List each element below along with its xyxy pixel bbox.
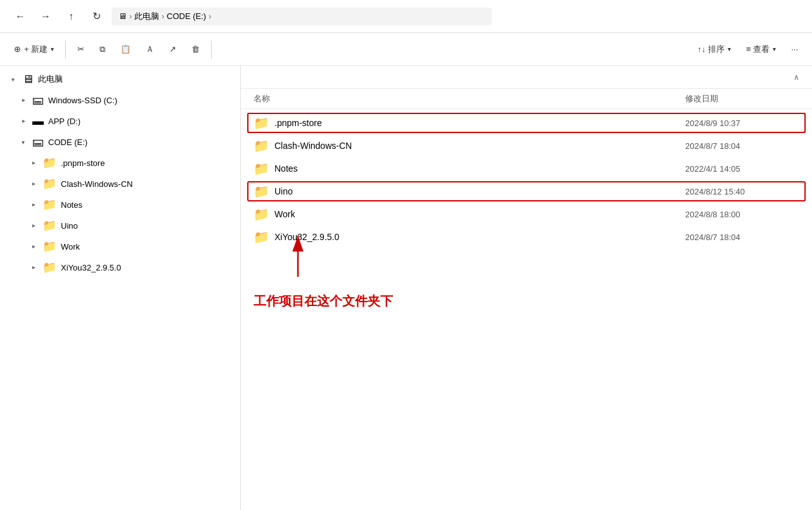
file-date: 2024/8/8 18:00 (685, 210, 799, 219)
paste-button[interactable]: 📋 (114, 41, 137, 57)
sidebar-item-work[interactable]: ▾ 📁 Work (3, 236, 238, 257)
col-name-header: 名称 (254, 93, 685, 105)
chevron-right-icon: ▾ (28, 179, 38, 189)
delete-icon: 🗑 (191, 44, 200, 54)
annotation-arrow (260, 229, 336, 280)
new-button[interactable]: ⊕ + 新建 ▾ (8, 41, 60, 58)
path-part-pc: 此电脑 (134, 11, 159, 22)
sidebar-item-label: Work (61, 242, 80, 252)
address-bar: ← → ↑ ↻ 🖥 › 此电脑 › CODE (E:) › (0, 0, 812, 33)
more-button[interactable]: ··· (785, 41, 804, 57)
drive-icon: ▬ (32, 115, 44, 128)
up-button[interactable]: ↑ (61, 6, 81, 27)
chevron-right-icon: ▾ (28, 200, 38, 210)
sidebar-item-d-drive[interactable]: ▾ ▬ APP (D:) (3, 111, 238, 131)
collapse-icon[interactable]: ∧ (794, 73, 799, 82)
main-container: ▾ 🖥 此电脑 ▾ 🖴 Windows-SSD (C:) ▾ ▬ APP (D:… (0, 66, 812, 510)
share-button[interactable]: ↗ (163, 41, 183, 57)
copy-button[interactable]: ⧉ (93, 41, 112, 58)
annotation-text: 工作项目在这个文件夹下 (254, 294, 393, 308)
sidebar-item-label: Clash-Windows-CN (61, 179, 132, 189)
toolbar: ⊕ + 新建 ▾ ✂ ⧉ 📋 Ａ ↗ 🗑 ↑↓ 排序 ▾ ≡ 查看 ▾ ··· (0, 33, 812, 66)
folder-icon: 📁 (42, 239, 56, 253)
folder-icon: 📁 (254, 115, 269, 131)
file-area: ∧ 名称 修改日期 📁 .pnpm-store 2024/8/9 10:37 📁… (241, 66, 812, 510)
folder-icon: 📁 (42, 177, 56, 191)
cut-icon: ✂ (77, 44, 84, 54)
file-columns: 名称 修改日期 (241, 89, 812, 109)
sidebar-item-label: .pnpm-store (61, 158, 105, 168)
address-path[interactable]: 🖥 › 此电脑 › CODE (E:) › (112, 8, 492, 25)
file-date: 2024/8/7 18:04 (685, 141, 799, 151)
sidebar-item-label: APP (D:) (48, 117, 81, 126)
sort-chevron-icon: ▾ (728, 46, 731, 53)
sort-label: ↑↓ 排序 (697, 44, 725, 55)
refresh-button[interactable]: ↻ (86, 6, 106, 27)
file-date: 2024/8/9 10:37 (685, 118, 799, 128)
file-row[interactable]: 📁 Work 2024/8/8 18:00 (241, 203, 812, 226)
file-row[interactable]: 📁 Notes 2022/4/1 14:05 (241, 157, 812, 180)
rename-button[interactable]: Ａ (139, 41, 160, 58)
rename-icon: Ａ (146, 44, 154, 55)
sidebar-item-clash[interactable]: ▾ 📁 Clash-Windows-CN (3, 174, 238, 194)
folder-icon: 📁 (42, 260, 56, 274)
sidebar-item-label: Notes (61, 200, 82, 210)
sidebar-item-pc[interactable]: ▾ 🖥 此电脑 (3, 69, 238, 89)
col-date-header: 修改日期 (685, 93, 799, 105)
toolbar-divider-2 (211, 41, 212, 58)
sidebar-item-label: Uino (61, 221, 78, 231)
file-name: Uino (274, 186, 680, 196)
copy-icon: ⧉ (100, 44, 105, 54)
file-row[interactable]: 📁 .pnpm-store 2024/8/9 10:37 (241, 112, 812, 134)
folder-icon: 📁 (254, 207, 269, 222)
sort-button[interactable]: ↑↓ 排序 ▾ (691, 41, 737, 58)
file-name: Clash-Windows-CN (274, 141, 680, 151)
file-name: .pnpm-store (274, 118, 680, 128)
view-button[interactable]: ≡ 查看 ▾ (740, 41, 782, 58)
chevron-right-icon: ▾ (28, 220, 38, 231)
drive-icon: 🖴 (32, 94, 44, 107)
folder-icon: 📁 (42, 156, 56, 170)
file-row[interactable]: 📁 Clash-Windows-CN 2024/8/7 18:04 (241, 134, 812, 157)
paste-icon: 📋 (120, 44, 131, 54)
file-date: 2022/4/1 14:05 (685, 164, 799, 174)
sidebar-item-notes[interactable]: ▾ 📁 Notes (3, 194, 238, 215)
folder-icon: 📁 (42, 219, 56, 233)
sidebar-item-label: XiYou32_2.9.5.0 (61, 263, 121, 272)
path-part-drive: CODE (E:) (167, 11, 206, 21)
sidebar-item-label: 此电脑 (38, 73, 63, 85)
drive-icon: 🖴 (32, 136, 44, 149)
share-icon: ↗ (169, 44, 176, 54)
file-header: ∧ (241, 66, 812, 89)
sidebar-item-uino[interactable]: ▾ 📁 Uino (3, 215, 238, 236)
annotation-area: 工作项目在这个文件夹下 (241, 248, 812, 312)
back-button[interactable]: ← (10, 6, 30, 27)
cut-button[interactable]: ✂ (71, 41, 91, 57)
chevron-right-icon: ▾ (28, 241, 38, 252)
forward-button[interactable]: → (35, 6, 56, 27)
sidebar-item-e-drive[interactable]: ▾ 🖴 CODE (E:) (3, 132, 238, 152)
delete-button[interactable]: 🗑 (185, 41, 206, 57)
file-date: 2024/8/12 15:40 (685, 187, 799, 196)
sidebar: ▾ 🖥 此电脑 ▾ 🖴 Windows-SSD (C:) ▾ ▬ APP (D:… (0, 66, 241, 510)
file-date: 2024/8/7 18:04 (685, 233, 799, 242)
sidebar-item-xiyou[interactable]: ▾ 📁 XiYou32_2.9.5.0 (3, 257, 238, 277)
chevron-right-icon: ▾ (18, 95, 28, 105)
sidebar-item-pnpm-store[interactable]: ▾ 📁 .pnpm-store (3, 153, 238, 173)
new-icon: ⊕ (14, 44, 21, 54)
file-row[interactable]: 📁 Uino 2024/8/12 15:40 (241, 180, 812, 203)
view-label: ≡ 查看 (746, 44, 770, 55)
chevron-right-icon: ▾ (28, 262, 38, 272)
monitor-icon: 🖥 (119, 11, 127, 21)
chevron-right-icon: ▾ (28, 158, 38, 168)
sidebar-item-label: Windows-SSD (C:) (48, 96, 117, 105)
folder-icon: 📁 (254, 184, 269, 199)
sidebar-item-c-drive[interactable]: ▾ 🖴 Windows-SSD (C:) (3, 90, 238, 110)
sidebar-item-label: CODE (E:) (48, 137, 87, 147)
file-list: 📁 .pnpm-store 2024/8/9 10:37 📁 Clash-Win… (241, 109, 812, 510)
more-label: ··· (791, 44, 798, 54)
chevron-down-icon: ▾ (8, 74, 18, 84)
toolbar-divider-1 (65, 41, 66, 58)
monitor-icon: 🖥 (22, 73, 34, 86)
new-label: + 新建 (24, 44, 48, 55)
